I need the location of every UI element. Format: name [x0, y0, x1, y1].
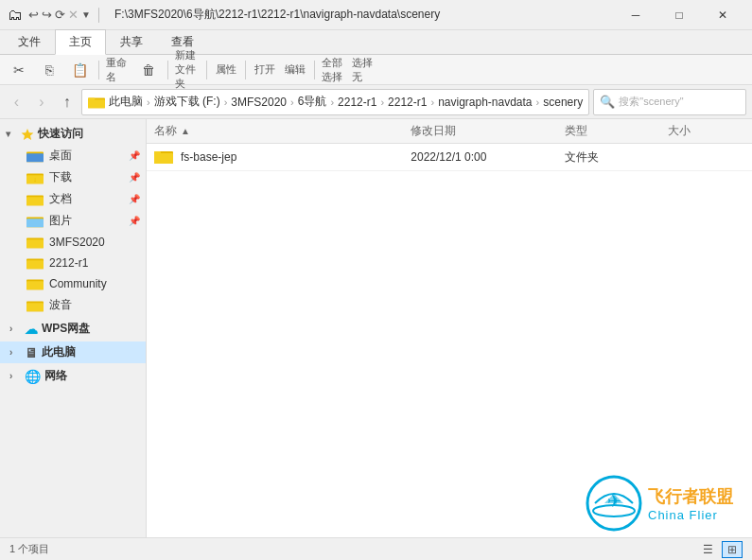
sep1	[98, 61, 99, 79]
sidebar-item-pics[interactable]: 图片 📌	[0, 210, 146, 232]
copy-button[interactable]: ⎘	[36, 58, 62, 82]
select-all-button[interactable]: 全部选择	[321, 58, 347, 82]
redo-icon[interactable]: ↪	[42, 8, 52, 22]
col-header-name[interactable]: 名称 ▲	[154, 123, 411, 139]
file-folder-icon	[154, 149, 173, 166]
pin-icon-desktop: 📌	[129, 150, 140, 161]
file-area: 名称 ▲ 修改日期 类型 大小 fs-base-jep	[147, 119, 752, 537]
svg-marker-3	[22, 129, 34, 140]
tab-home[interactable]: 主页	[55, 29, 106, 55]
file-type-label: 文件夹	[565, 150, 599, 164]
network-icon: 🌐	[25, 369, 41, 384]
svg-rect-2	[88, 99, 105, 108]
network-label: 网络	[44, 368, 67, 384]
paste-button[interactable]: 📋	[66, 58, 93, 82]
col-header-date[interactable]: 修改日期	[411, 123, 565, 139]
delete-icon[interactable]: ✕	[68, 8, 79, 22]
sidebar-label-pics: 图片	[49, 213, 72, 229]
quick-access-header[interactable]: ▾ 快速访问	[0, 123, 146, 145]
breadcrumb-navdata[interactable]: navigraph-navdata	[438, 96, 532, 109]
sidebar-item-boeing[interactable]: 波音	[0, 294, 146, 316]
quick-access-toolbar: ↩ ↪ ⟳ ✕ ▼ │	[28, 8, 105, 22]
sidebar-item-desktop[interactable]: 桌面 📌	[0, 145, 146, 166]
new-folder-button[interactable]: 新建文件夹	[174, 58, 201, 82]
tab-share[interactable]: 共享	[106, 29, 157, 54]
file-list-header: 名称 ▲ 修改日期 类型 大小	[147, 119, 752, 144]
thispc-label: 此电脑	[42, 344, 76, 360]
breadcrumb-nav[interactable]: 6导航	[298, 94, 327, 110]
refresh-icon[interactable]: ⟳	[55, 8, 65, 22]
search-icon: 🔍	[600, 95, 615, 109]
folder-boeing-icon	[26, 298, 44, 313]
svg-rect-22	[154, 153, 173, 164]
undo-icon[interactable]: ↩	[28, 8, 39, 22]
view-details-button[interactable]: ☰	[697, 541, 718, 558]
select-none-button[interactable]: 选择无	[351, 58, 377, 82]
quick-access-chevron: ▾	[6, 129, 17, 139]
sidebar-label-download: 下载	[49, 169, 72, 185]
folder-download-icon: ↓	[26, 170, 44, 185]
view-large-button[interactable]: ⊞	[722, 541, 743, 558]
col-size-label: 大小	[668, 124, 691, 137]
sidebar-label-desktop: 桌面	[49, 148, 72, 164]
sort-arrow: ▲	[181, 126, 190, 136]
folder-3mfs-icon	[26, 235, 44, 250]
network-header[interactable]: › 🌐 网络	[0, 365, 146, 387]
col-type-label: 类型	[565, 124, 587, 137]
folder-docs-icon	[26, 192, 44, 207]
svg-rect-14	[26, 239, 44, 248]
maximize-button[interactable]: □	[657, 0, 701, 30]
tab-file[interactable]: 文件	[4, 29, 55, 54]
close-button[interactable]: ✕	[701, 0, 744, 30]
sidebar-item-download[interactable]: ↓ 下载 📌	[0, 166, 146, 188]
edit-button[interactable]: 编辑	[282, 58, 308, 82]
back-button[interactable]: ‹	[6, 89, 27, 115]
breadcrumb-3mfs[interactable]: 3MFS2020	[231, 96, 287, 109]
sidebar-item-2212[interactable]: 2212-r1	[0, 253, 146, 273]
properties-button[interactable]: 属性	[213, 58, 239, 82]
window-icon: 🗂	[8, 7, 23, 24]
sidebar-label-3mfs: 3MFS2020	[49, 236, 105, 249]
pin-icon-pics: 📌	[129, 216, 140, 226]
ribbon-tabs: 文件 主页 共享 查看	[0, 30, 752, 55]
address-box[interactable]: 此电脑 › 游戏下载 (F:) › 3MFS2020 › 6导航 › 2212-…	[81, 89, 589, 115]
main-layout: ▾ 快速访问 桌面 📌	[0, 119, 752, 537]
search-box[interactable]: 🔍 搜索"scenery"	[593, 89, 746, 115]
sidebar-item-community[interactable]: Community	[0, 273, 146, 294]
thispc-header[interactable]: › 🖥 此电脑	[0, 341, 146, 363]
svg-text:↓: ↓	[33, 175, 37, 184]
forward-button[interactable]: ›	[31, 89, 53, 115]
breadcrumb-thispc[interactable]: 此电脑	[109, 94, 143, 110]
open-button[interactable]: 打开	[252, 58, 278, 82]
sidebar-item-docs[interactable]: 文档 📌	[0, 188, 146, 210]
breadcrumb-scenery[interactable]: scenery	[543, 96, 583, 109]
folder-community-icon	[26, 276, 44, 291]
svg-rect-12	[26, 219, 44, 227]
address-bar: ‹ › ↑ 此电脑 › 游戏下载 (F:) › 3MFS2020 › 6导航 ›…	[0, 85, 752, 119]
breadcrumb-r1a[interactable]: 2212-r1	[338, 96, 376, 109]
col-header-size[interactable]: 大小	[668, 123, 744, 139]
svg-rect-20	[26, 303, 44, 311]
col-header-type[interactable]: 类型	[565, 123, 668, 139]
wps-header[interactable]: › ☁ WPS网盘	[0, 318, 146, 340]
sidebar-quick-access: ▾ 快速访问 桌面 📌	[0, 123, 146, 316]
file-date-label: 2022/12/1 0:00	[411, 150, 486, 164]
sidebar-thispc: › 🖥 此电脑	[0, 341, 146, 363]
status-item-count: 1 个项目	[9, 542, 49, 556]
breadcrumb-drive[interactable]: 游戏下载 (F:)	[154, 94, 220, 110]
delete-button[interactable]: 🗑	[135, 58, 162, 82]
wps-chevron: ›	[9, 324, 21, 334]
minimize-button[interactable]: ─	[614, 0, 657, 30]
view-controls: ☰ ⊞	[697, 541, 743, 558]
search-placeholder: 搜索"scenery"	[619, 95, 683, 109]
star-icon	[21, 128, 34, 141]
breadcrumb-r1b[interactable]: 2212-r1	[388, 96, 427, 109]
dropdown-icon[interactable]: ▼	[81, 9, 91, 20]
up-button[interactable]: ↑	[56, 89, 78, 115]
rename-button[interactable]: 重命名	[105, 58, 131, 82]
file-type-cell: 文件夹	[565, 149, 668, 166]
quick-access-label: 快速访问	[38, 126, 83, 142]
sidebar-item-3mfs[interactable]: 3MFS2020	[0, 232, 146, 253]
table-row[interactable]: fs-base-jep 2022/12/1 0:00 文件夹	[147, 144, 752, 171]
cut-button[interactable]: ✂	[6, 58, 32, 82]
